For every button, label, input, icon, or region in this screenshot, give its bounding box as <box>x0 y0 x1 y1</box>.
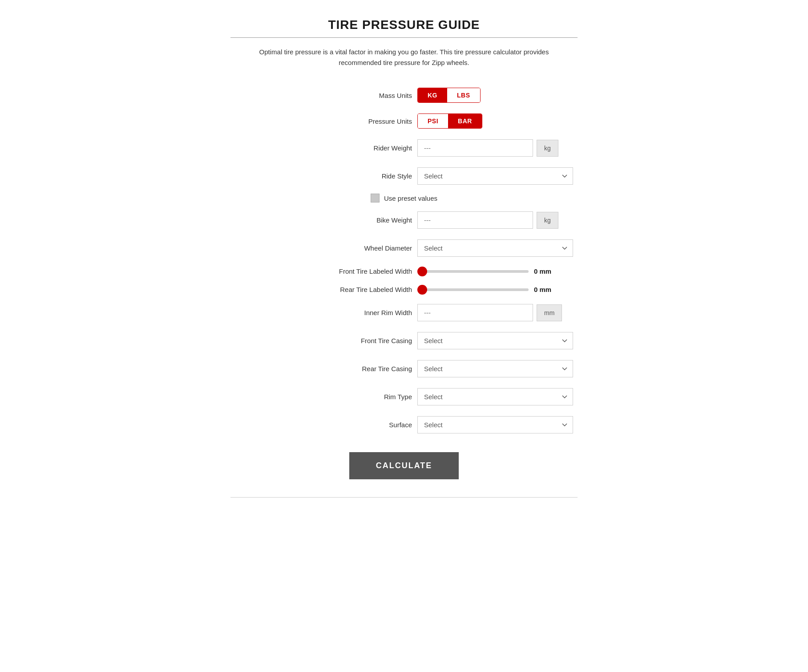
pressure-units-bar-btn[interactable]: BAR <box>448 114 482 128</box>
rider-weight-row: Rider Weight kg <box>230 134 578 162</box>
inner-rim-width-label: Inner Rim Width <box>323 309 412 316</box>
rear-tire-width-value: 0 mm <box>534 286 561 293</box>
mass-units-label: Mass Units <box>323 92 412 99</box>
front-tire-casing-select[interactable]: Select <box>417 332 573 349</box>
ride-style-label: Ride Style <box>323 172 412 180</box>
rim-type-row: Rim Type Select <box>230 383 578 411</box>
front-tire-casing-label: Front Tire Casing <box>323 337 412 344</box>
front-tire-width-slider[interactable] <box>417 270 529 273</box>
wheel-diameter-control: Select <box>417 239 578 257</box>
title-divider <box>230 37 578 38</box>
mass-units-lbs-btn[interactable]: LBS <box>447 88 480 102</box>
pressure-units-toggle: PSI BAR <box>417 113 482 129</box>
surface-label: Surface <box>323 421 412 429</box>
front-tire-casing-control: Select <box>417 332 578 349</box>
rear-tire-casing-row: Rear Tire Casing Select <box>230 355 578 383</box>
front-tire-width-row: Front Tire Labeled Width 0 mm <box>230 262 578 280</box>
rider-weight-unit: kg <box>537 140 558 157</box>
rim-type-control: Select <box>417 388 578 405</box>
bike-weight-input[interactable] <box>417 211 533 229</box>
front-tire-width-label: Front Tire Labeled Width <box>323 267 412 275</box>
ride-style-control: Select <box>417 167 578 185</box>
rear-tire-casing-control: Select <box>417 360 578 377</box>
rider-weight-input[interactable] <box>417 139 533 157</box>
pressure-units-row: Pressure Units PSI BAR <box>230 108 578 134</box>
surface-control: Select <box>417 416 578 433</box>
rear-tire-width-slider[interactable] <box>417 288 529 291</box>
bike-weight-row: Bike Weight kg <box>230 206 578 234</box>
pressure-units-psi-btn[interactable]: PSI <box>418 114 448 128</box>
pressure-units-label: Pressure Units <box>323 117 412 125</box>
calculate-button[interactable]: CALCULATE <box>349 452 459 479</box>
wheel-diameter-row: Wheel Diameter Select <box>230 234 578 262</box>
rear-tire-slider-wrapper: 0 mm <box>417 286 578 293</box>
description: Optimal tire pressure is a vital factor … <box>230 47 578 68</box>
rear-tire-casing-label: Rear Tire Casing <box>323 365 412 372</box>
bike-weight-control: kg <box>417 211 578 229</box>
inner-rim-width-input[interactable] <box>417 304 533 321</box>
inner-rim-width-row: Inner Rim Width mm <box>230 299 578 327</box>
inner-rim-width-control: mm <box>417 304 578 321</box>
pressure-units-control: PSI BAR <box>417 113 578 129</box>
wheel-diameter-select[interactable]: Select <box>417 239 573 257</box>
bike-weight-unit: kg <box>537 212 558 229</box>
preset-row: Use preset values <box>230 190 578 206</box>
rim-type-label: Rim Type <box>323 393 412 401</box>
mass-units-row: Mass Units KG LBS <box>230 82 578 108</box>
title-section: TIRE PRESSURE GUIDE Optimal tire pressur… <box>230 18 578 68</box>
bottom-divider <box>230 497 578 498</box>
mass-units-control: KG LBS <box>417 88 578 103</box>
ride-style-row: Ride Style Select <box>230 162 578 190</box>
page-title: TIRE PRESSURE GUIDE <box>230 18 578 32</box>
front-tire-width-value: 0 mm <box>534 267 561 275</box>
surface-row: Surface Select <box>230 411 578 439</box>
front-tire-slider-wrapper: 0 mm <box>417 267 578 275</box>
rear-tire-width-row: Rear Tire Labeled Width 0 mm <box>230 280 578 299</box>
ride-style-select[interactable]: Select <box>417 167 573 185</box>
calculate-row: CALCULATE <box>230 439 578 488</box>
bike-weight-label: Bike Weight <box>323 216 412 224</box>
rider-weight-control: kg <box>417 139 578 157</box>
rear-tire-casing-select[interactable]: Select <box>417 360 573 377</box>
rear-tire-width-label: Rear Tire Labeled Width <box>323 286 412 293</box>
mass-units-toggle: KG LBS <box>417 88 481 103</box>
inner-rim-width-unit: mm <box>537 304 562 321</box>
form-section: Mass Units KG LBS Pressure Units PSI BAR… <box>230 82 578 488</box>
rear-tire-width-control: 0 mm <box>417 286 578 293</box>
rider-weight-label: Rider Weight <box>323 144 412 152</box>
front-tire-casing-row: Front Tire Casing Select <box>230 327 578 355</box>
wheel-diameter-label: Wheel Diameter <box>323 244 412 252</box>
rim-type-select[interactable]: Select <box>417 388 573 405</box>
mass-units-kg-btn[interactable]: KG <box>418 88 447 102</box>
preset-label: Use preset values <box>384 194 437 202</box>
page-container: TIRE PRESSURE GUIDE Optimal tire pressur… <box>230 18 578 498</box>
preset-checkbox[interactable] <box>371 194 380 202</box>
front-tire-width-control: 0 mm <box>417 267 578 275</box>
surface-select[interactable]: Select <box>417 416 573 433</box>
